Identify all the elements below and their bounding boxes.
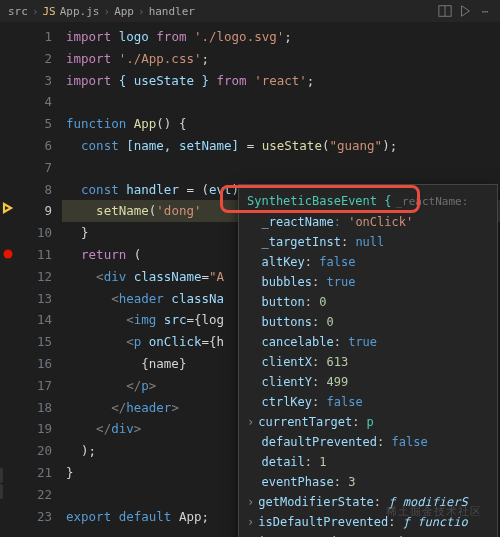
breadcrumb: src › JS App.js › App › handler ⋯ [0, 0, 500, 22]
debug-property-row[interactable]: _reactName: 'onClick' [247, 212, 489, 232]
line-number: 15 [16, 331, 52, 353]
badge: NT [0, 468, 3, 483]
debug-property-row[interactable]: altKey: false [247, 252, 489, 272]
bc-symbol[interactable]: handler [149, 5, 195, 18]
breakpoint-icon[interactable] [2, 248, 14, 260]
debug-property-row[interactable]: ›currentTarget: p [247, 412, 489, 432]
play-icon[interactable] [458, 4, 472, 18]
line-number: 17 [16, 375, 52, 397]
line-number: 4 [16, 91, 52, 113]
bc-symbol[interactable]: App [114, 5, 134, 18]
badge: :1 [0, 484, 3, 499]
debug-property-row[interactable]: clientY: 499 [247, 372, 489, 392]
line-number: 3 [16, 70, 52, 92]
debug-hover-tooltip[interactable]: SyntheticBaseEvent {_reactName: _reactNa… [238, 184, 498, 537]
more-icon[interactable]: ⋯ [478, 4, 492, 18]
current-execution-icon[interactable] [2, 202, 14, 214]
svg-point-2 [4, 250, 13, 259]
line-number: 2 [16, 48, 52, 70]
line-number: 13 [16, 288, 52, 310]
debug-property-row[interactable]: ctrlKey: false [247, 392, 489, 412]
line-number: 16 [16, 353, 52, 375]
debug-property-row[interactable]: eventPhase: 3 [247, 472, 489, 492]
line-number: 11 [16, 244, 52, 266]
line-number: 18 [16, 397, 52, 419]
chevron-right-icon: › [104, 5, 111, 18]
debug-property-row[interactable]: defaultPrevented: false [247, 432, 489, 452]
chevron-right-icon: › [32, 5, 39, 18]
breakpoint-gutter[interactable]: NT :1 [0, 22, 16, 537]
line-number: 12 [16, 266, 52, 288]
line-number: 20 [16, 440, 52, 462]
line-number: 22 [16, 484, 52, 506]
watermark: 稀土掘金技术社区 [386, 504, 482, 519]
split-editor-icon[interactable] [438, 4, 452, 18]
debug-property-row[interactable]: _targetInst: null [247, 232, 489, 252]
debug-property-row[interactable]: cancelable: true [247, 332, 489, 352]
line-number: 5 [16, 113, 52, 135]
debug-property-row[interactable]: button: 0 [247, 292, 489, 312]
line-number: 14 [16, 309, 52, 331]
line-number: 9 [16, 200, 52, 222]
chevron-right-icon: › [138, 5, 145, 18]
debug-property-row[interactable]: detail: 1 [247, 452, 489, 472]
line-number: 7 [16, 157, 52, 179]
line-number: 19 [16, 418, 52, 440]
debug-property-row[interactable]: ›isPropagationStopped: ƒ functio [247, 532, 489, 537]
line-number: 23 [16, 506, 52, 528]
debug-property-row[interactable]: bubbles: true [247, 272, 489, 292]
line-number: 6 [16, 135, 52, 157]
line-numbers: 1234567891011121314151617181920212223 [16, 22, 62, 537]
bc-file[interactable]: App.js [60, 5, 100, 18]
bc-folder[interactable]: src [8, 5, 28, 18]
debug-property-row[interactable]: clientX: 613 [247, 352, 489, 372]
line-number: 8 [16, 179, 52, 201]
line-number: 1 [16, 26, 52, 48]
debug-property-row[interactable]: buttons: 0 [247, 312, 489, 332]
line-number: 21 [16, 462, 52, 484]
line-number: 10 [16, 222, 52, 244]
